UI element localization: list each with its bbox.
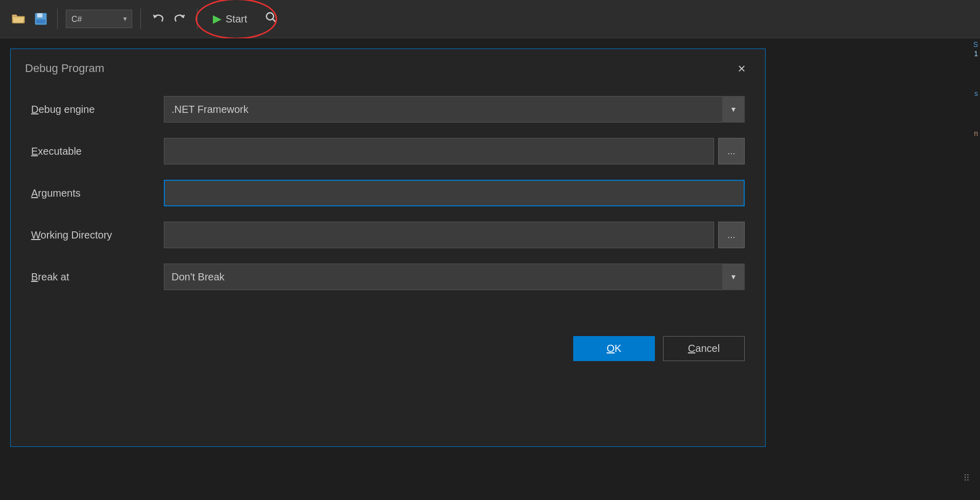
separator-2: [140, 9, 141, 29]
start-button[interactable]: ▶ Start: [206, 8, 254, 30]
debug-engine-control: .NET Framework ▼: [164, 96, 745, 123]
executable-input[interactable]: C:\tmp\HqkLdap.exe: [164, 138, 714, 164]
svg-point-3: [266, 13, 274, 20]
play-icon: ▶: [213, 12, 222, 26]
dialog-buttons: OK Cancel: [11, 326, 765, 371]
close-button[interactable]: ×: [732, 59, 751, 78]
ok-label-text: K: [615, 343, 621, 354]
executable-browse-button[interactable]: ...: [718, 138, 745, 164]
arguments-row: Arguments ldap.conf: [31, 180, 745, 206]
break-at-select-wrapper: Don't Break ▼: [164, 264, 745, 290]
executable-label-underline: E: [31, 146, 38, 157]
arguments-label-underline: A: [31, 187, 38, 199]
separator-3: [197, 9, 198, 29]
dialog-title: Debug Program: [25, 62, 104, 75]
break-at-control: Don't Break ▼: [164, 264, 745, 290]
ok-button[interactable]: OK: [573, 336, 655, 361]
save-icon[interactable]: [33, 11, 49, 27]
marker-num1: 1: [972, 50, 979, 58]
working-directory-control: C:\tmp ...: [164, 222, 745, 248]
working-directory-row: Working Directory C:\tmp ...: [31, 222, 745, 248]
ok-label-underline: O: [607, 343, 615, 354]
search-button[interactable]: [260, 9, 282, 29]
language-selector[interactable]: C# ▼: [66, 10, 132, 28]
marker-s2: s: [972, 89, 979, 98]
executable-label: Executable: [31, 146, 164, 157]
debug-engine-select[interactable]: .NET Framework: [164, 96, 745, 123]
cancel-label-underline: C: [688, 343, 695, 354]
break-at-select[interactable]: Don't Break: [164, 264, 745, 290]
dialog-overlay: Debug Program × Debug engine .NET Framew…: [0, 38, 971, 500]
executable-row: Executable C:\tmp\HqkLdap.exe ...: [31, 138, 745, 164]
resize-icon: ⠿: [963, 472, 970, 484]
marker-s1: S: [972, 40, 979, 49]
debug-engine-label: Debug engine: [31, 104, 164, 115]
break-at-label-underline: B: [31, 271, 38, 282]
dialog-titlebar: Debug Program ×: [11, 49, 765, 86]
right-markers: S 1 s n: [971, 38, 980, 500]
undo-redo-group: [149, 10, 189, 28]
folder-icon[interactable]: [10, 11, 27, 27]
break-at-label: Break at: [31, 271, 164, 283]
arguments-label: Arguments: [31, 187, 164, 199]
working-directory-browse-button[interactable]: ...: [718, 222, 745, 248]
arguments-input[interactable]: ldap.conf: [164, 180, 745, 206]
executable-control: C:\tmp\HqkLdap.exe ...: [164, 138, 745, 164]
undo-button[interactable]: [149, 10, 167, 28]
cancel-button[interactable]: Cancel: [663, 336, 745, 361]
debug-engine-row: Debug engine .NET Framework ▼: [31, 96, 745, 123]
separator-1: [57, 9, 58, 29]
svg-rect-2: [36, 19, 45, 23]
start-button-wrapper: ▶ Start: [206, 8, 254, 30]
debug-engine-select-wrapper: .NET Framework ▼: [164, 96, 745, 123]
debug-program-dialog: Debug Program × Debug engine .NET Framew…: [10, 49, 766, 447]
redo-button[interactable]: [170, 10, 189, 28]
cancel-label-text: ancel: [695, 343, 720, 354]
svg-line-4: [273, 19, 277, 23]
marker-n1: n: [972, 129, 979, 137]
working-directory-label-underline: W: [31, 229, 41, 241]
working-directory-label: Working Directory: [31, 229, 164, 241]
svg-rect-1: [37, 13, 42, 17]
working-directory-input[interactable]: C:\tmp: [164, 222, 714, 248]
break-at-row: Break at Don't Break ▼: [31, 264, 745, 290]
dialog-content: Debug engine .NET Framework ▼ Executable: [11, 86, 765, 321]
language-dropdown[interactable]: C#: [66, 10, 132, 28]
arguments-control: ldap.conf: [164, 180, 745, 206]
start-label: Start: [226, 13, 247, 25]
toolbar: C# ▼ ▶ Start: [0, 0, 980, 38]
debug-engine-label-underline: D: [31, 104, 38, 115]
